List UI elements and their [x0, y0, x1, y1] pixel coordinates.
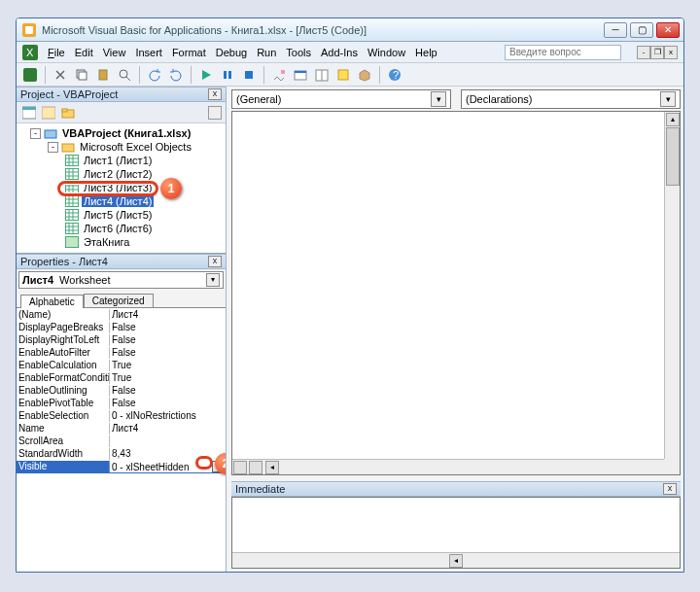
mdi-close[interactable]: x — [664, 46, 678, 59]
chevron-down-icon[interactable]: ▾ — [660, 91, 676, 107]
tree-sheet-item-selected[interactable]: Лист4 (Лист4) — [18, 194, 226, 208]
svg-rect-48 — [66, 210, 79, 221]
property-value[interactable]: False — [110, 334, 226, 346]
mdi-minimize[interactable]: - — [637, 46, 650, 59]
immediate-panel-close[interactable]: x — [663, 483, 677, 495]
tree-group-excel-objects[interactable]: -Microsoft Excel Objects — [18, 140, 226, 154]
property-row[interactable]: EnableFormatConditionsCalculationTrue — [17, 372, 226, 385]
immediate-window[interactable]: ◂ — [231, 497, 681, 569]
properties-object-selector[interactable]: Лист4 Worksheet ▾ — [18, 271, 224, 289]
maximize-button[interactable]: ▢ — [630, 22, 653, 38]
reset-icon[interactable] — [239, 65, 259, 85]
property-row[interactable]: DisplayRightToLeftFalse — [17, 334, 226, 347]
view-code-icon[interactable] — [20, 104, 38, 122]
svg-rect-6 — [79, 72, 87, 80]
menu-file[interactable]: FFileile — [48, 47, 65, 58]
chevron-down-icon[interactable]: ▾ — [431, 91, 446, 107]
tab-alphabetic[interactable]: Alphabetic — [20, 295, 84, 308]
property-name: (Name) — [17, 309, 110, 321]
redo-icon[interactable] — [166, 65, 186, 85]
property-row[interactable]: (Name)Лист4 — [17, 309, 226, 322]
mdi-restore[interactable]: ❐ — [650, 46, 664, 59]
property-row[interactable]: EnableOutliningFalse — [17, 385, 226, 398]
property-value[interactable]: False — [110, 385, 226, 397]
break-icon[interactable] — [218, 65, 237, 85]
property-value[interactable]: Лист4 — [110, 423, 226, 435]
property-row[interactable]: StandardWidth8,43 — [17, 448, 226, 461]
find-icon[interactable] — [115, 65, 134, 85]
property-row[interactable]: EnableCalculationTrue — [17, 360, 226, 372]
tree-sheet-item[interactable]: Лист6 (Лист6) — [18, 222, 226, 235]
property-row[interactable]: NameЛист4 — [17, 423, 226, 435]
property-value[interactable]: 0 - xlSheetHidden▾ — [110, 461, 226, 472]
menu-window[interactable]: Window — [368, 47, 405, 58]
toggle-folders-icon[interactable] — [59, 104, 77, 122]
property-value[interactable]: False — [110, 322, 226, 333]
property-value[interactable]: 0 - xlNoRestrictions — [110, 410, 226, 422]
property-value[interactable]: Лист4 — [110, 309, 226, 321]
tab-categorized[interactable]: Categorized — [84, 294, 154, 307]
paste-icon[interactable] — [93, 65, 113, 85]
run-icon[interactable] — [196, 65, 216, 85]
svg-rect-18 — [338, 70, 348, 80]
project-collapse-toggle[interactable] — [208, 106, 222, 120]
view-object-icon[interactable] — [40, 104, 57, 122]
property-row[interactable]: EnablePivotTableFalse — [17, 398, 226, 410]
vertical-scrollbar[interactable]: ▴ — [664, 112, 680, 459]
project-panel-close[interactable]: x — [208, 88, 222, 100]
property-value[interactable]: False — [110, 347, 226, 359]
close-button[interactable]: ✕ — [656, 22, 680, 38]
procedure-combo[interactable]: (Declarations)▾ — [461, 89, 681, 109]
menu-debug[interactable]: Debug — [216, 47, 247, 58]
menu-format[interactable]: Format — [172, 47, 206, 58]
menu-view[interactable]: View — [103, 47, 126, 58]
project-tree[interactable]: -VBAProject (Книга1.xlsx) -Microsoft Exc… — [17, 123, 226, 253]
property-row[interactable]: DisplayPageBreaksFalse — [17, 322, 226, 334]
tree-sheet-item[interactable]: Лист1 (Лист1) — [18, 154, 226, 167]
object-browser-icon[interactable] — [333, 65, 353, 85]
copy-icon[interactable] — [72, 65, 91, 85]
immediate-h-scrollbar[interactable]: ◂ — [232, 552, 680, 568]
ask-question-input[interactable] — [505, 45, 621, 60]
menu-addins[interactable]: Add-Ins — [321, 47, 358, 58]
tree-sheet-item[interactable]: Лист5 (Лист5) — [18, 208, 226, 222]
design-mode-icon[interactable] — [269, 65, 289, 85]
property-row[interactable]: EnableSelection0 - xlNoRestrictions — [17, 410, 226, 423]
tree-root-project[interactable]: -VBAProject (Книга1.xlsx) — [18, 126, 226, 140]
minimize-button[interactable]: ─ — [604, 22, 627, 38]
menu-edit[interactable]: Edit — [75, 47, 93, 58]
menu-run[interactable]: Run — [257, 47, 276, 58]
help-icon[interactable]: ? — [385, 65, 404, 85]
property-row[interactable]: EnableAutoFilterFalse — [17, 347, 226, 360]
properties-panel-close[interactable]: x — [208, 256, 222, 267]
horizontal-scrollbar[interactable]: ◂ — [232, 459, 664, 474]
property-value[interactable] — [110, 435, 226, 447]
menu-tools[interactable]: Tools — [286, 47, 311, 58]
code-editor[interactable]: ▴ ◂ — [231, 111, 681, 475]
view-excel-icon[interactable] — [20, 65, 40, 85]
tree-sheet-item[interactable]: Лист2 (Лист2) — [18, 167, 226, 181]
project-explorer-icon[interactable] — [291, 65, 310, 85]
property-value[interactable]: 8,43 — [110, 448, 226, 460]
full-module-view-icon[interactable] — [249, 461, 262, 474]
toolbox-icon[interactable] — [355, 65, 374, 85]
property-name: EnableFormatConditionsCalculation — [17, 372, 110, 384]
properties-grid[interactable]: (Name)Лист4DisplayPageBreaksFalseDisplay… — [17, 308, 226, 572]
undo-icon[interactable] — [145, 65, 164, 85]
menu-insert[interactable]: Insert — [135, 47, 162, 58]
property-row[interactable]: ScrollArea — [17, 435, 226, 448]
tree-sheet-item[interactable]: Лист3 (Лист3) — [18, 181, 226, 194]
cut-icon[interactable] — [51, 65, 70, 85]
property-value[interactable]: True — [110, 360, 226, 371]
property-row[interactable]: Visible0 - xlSheetHidden▾ — [17, 461, 226, 473]
procedure-view-icon[interactable] — [233, 461, 247, 474]
chevron-down-icon[interactable]: ▾ — [206, 273, 220, 287]
title-bar: Microsoft Visual Basic for Applications … — [17, 18, 683, 42]
svg-line-9 — [126, 77, 130, 81]
property-value[interactable]: True — [110, 372, 226, 384]
properties-window-icon[interactable] — [312, 65, 332, 85]
tree-thisworkbook-item[interactable]: ЭтаКнига — [18, 235, 226, 249]
menu-help[interactable]: Help — [415, 47, 438, 58]
property-value[interactable]: False — [110, 398, 226, 409]
object-combo[interactable]: (General)▾ — [231, 89, 451, 109]
